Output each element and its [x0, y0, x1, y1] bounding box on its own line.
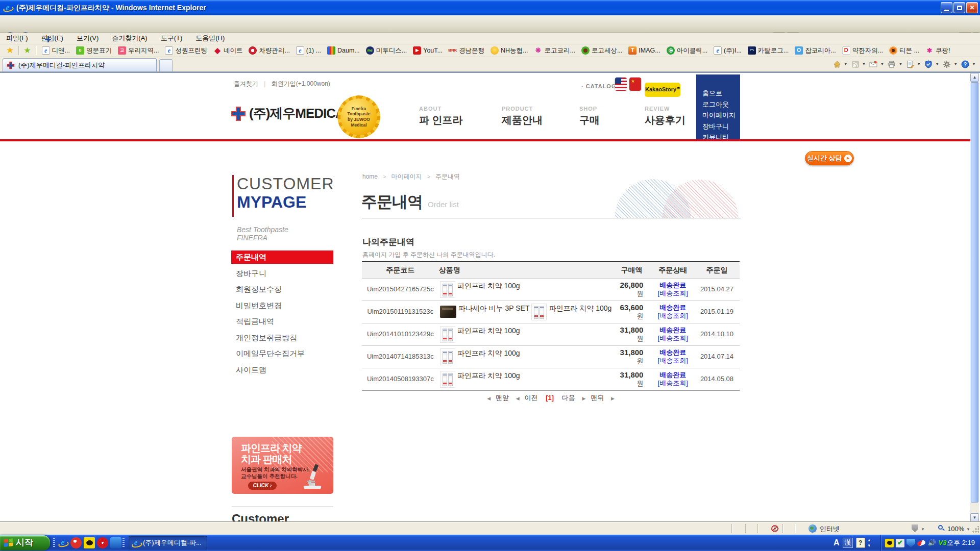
nav-shop[interactable]: SHOP구매: [579, 106, 600, 126]
favorite-item[interactable]: e(1) ...: [296, 46, 321, 55]
banner-click-button[interactable]: CLICK ›: [248, 482, 277, 490]
favorite-item[interactable]: 로고세상...: [581, 46, 622, 55]
blue-app-icon[interactable]: [110, 537, 121, 548]
favorites-star-icon[interactable]: ★: [6, 45, 14, 56]
taskbar-window-button[interactable]: e (주)제우메디컬-파...: [129, 536, 207, 549]
help-dropdown-icon[interactable]: ▼: [972, 62, 976, 67]
favorite-item[interactable]: ▶YouT...: [413, 46, 443, 55]
zoom-level[interactable]: 100%: [947, 525, 964, 533]
v3-tray-icon[interactable]: V3: [938, 539, 947, 547]
favorite-item[interactable]: b영문표기: [76, 46, 112, 55]
volume-tray-icon[interactable]: 🔊: [927, 539, 936, 547]
kakaotalk-icon[interactable]: [84, 537, 95, 548]
page-icon[interactable]: [905, 59, 915, 70]
sidebar-item[interactable]: 주문내역: [231, 251, 333, 264]
scroll-up-icon[interactable]: ▲: [970, 73, 979, 82]
print-dropdown-icon[interactable]: ▼: [898, 62, 902, 67]
tracking-link[interactable]: [배송조회]: [651, 289, 694, 297]
start-button[interactable]: 시작: [0, 535, 50, 550]
menu-item[interactable]: 파일(F): [6, 34, 28, 42]
close-button[interactable]: ✕: [966, 2, 978, 13]
breadcrumb-mypage[interactable]: 마이페이지: [391, 173, 422, 180]
read-mail-dropdown-icon[interactable]: ▼: [880, 62, 884, 67]
sidebar-item[interactable]: 이메일무단수집거부: [231, 347, 333, 360]
page-first[interactable]: 맨앞: [496, 394, 509, 402]
promo-banner[interactable]: 파인프라 치약 치과 판매처 서울권역 치과의 치의학박사, 교수님들이 추천합…: [232, 437, 333, 494]
new-tab-button[interactable]: [159, 59, 173, 71]
menu-item[interactable]: 보기(V): [77, 34, 99, 42]
home-icon[interactable]: [832, 59, 842, 70]
live-chat-button[interactable]: 실시간 상담 ▶: [805, 151, 854, 165]
pill-tray-icon[interactable]: [917, 539, 926, 546]
favorite-item[interactable]: ✱쿠팡!: [925, 46, 950, 55]
product-name[interactable]: 파나세아 비누 3P SET: [458, 304, 530, 313]
security-shield-tray-icon[interactable]: [906, 539, 915, 547]
menu-item[interactable]: 도움말(H): [195, 34, 225, 42]
us-flag-icon[interactable]: [615, 77, 627, 91]
help-icon[interactable]: ?: [960, 59, 970, 70]
scrollbar-thumb[interactable]: [971, 82, 978, 503]
favorite-item[interactable]: TIMAG...: [628, 46, 660, 55]
feed-dropdown-icon[interactable]: ▼: [862, 62, 866, 67]
page-dropdown-icon[interactable]: ▼: [917, 62, 921, 67]
add-favorite-icon[interactable]: ★: [23, 45, 31, 55]
favorite-item[interactable]: me미투디스...: [366, 46, 407, 55]
minimize-button[interactable]: [941, 2, 952, 13]
favorite-item[interactable]: ◆네이트: [213, 46, 243, 55]
safety-dropdown-icon[interactable]: ▼: [935, 62, 939, 67]
page-last[interactable]: 맨뒤: [591, 394, 604, 402]
favorite-item[interactable]: e디앤...: [42, 46, 70, 55]
menu-item[interactable]: 도구(T): [161, 34, 183, 42]
restore-button[interactable]: [953, 2, 965, 13]
favorites-link[interactable]: 즐겨찾기: [234, 80, 258, 87]
favorite-item[interactable]: D약한자의...: [842, 46, 883, 55]
tracking-link[interactable]: [배송조회]: [651, 357, 694, 365]
sidebar-item[interactable]: 적립금내역: [231, 315, 333, 328]
utility-link[interactable]: 홈으로: [702, 88, 740, 99]
favorite-item[interactable]: 교우리지역...: [118, 46, 159, 55]
protected-mode-icon[interactable]: [912, 524, 918, 532]
favorite-item[interactable]: e성원프린팅: [165, 46, 207, 55]
v3-red-icon[interactable]: [97, 537, 108, 548]
utility-link[interactable]: 로그아웃: [702, 99, 740, 110]
china-flag-icon[interactable]: [629, 77, 642, 91]
sidebar-item[interactable]: 개인정보취급방침: [231, 331, 333, 344]
sidebar-item[interactable]: 사이트맵: [231, 363, 333, 377]
update-check-tray-icon[interactable]: ✔: [896, 539, 904, 547]
favorite-item[interactable]: 차량관리...: [249, 46, 289, 55]
print-icon[interactable]: [887, 59, 897, 70]
tracking-link[interactable]: [배송조회]: [651, 334, 694, 342]
menu-item[interactable]: 즐겨찾기(A): [112, 34, 147, 42]
internet-explorer-icon[interactable]: e: [57, 537, 68, 548]
favorite-item[interactable]: e(주)I...: [714, 46, 742, 55]
page-prev[interactable]: 이전: [525, 394, 538, 402]
tools-dropdown-icon[interactable]: ▼: [953, 62, 958, 67]
kakaostory-button[interactable]: KakaoStory: [645, 83, 680, 97]
favorite-item[interactable]: ◠카탈로그...: [748, 46, 789, 55]
product-name[interactable]: 파인프라 치약 100g: [457, 371, 520, 380]
vertical-scrollbar[interactable]: ▲ ▼: [970, 73, 979, 521]
sidebar-item[interactable]: 비밀번호변경: [231, 299, 333, 312]
utility-link[interactable]: 장바구니: [702, 121, 740, 132]
favorite-item[interactable]: NH농협...: [491, 46, 528, 55]
nav-product[interactable]: PRODUCT제품안내: [502, 106, 543, 126]
favorite-item[interactable]: Daum...: [327, 46, 360, 55]
safety-icon[interactable]: [923, 59, 934, 70]
nav-review[interactable]: REVIEW사용후기: [645, 106, 685, 126]
feed-icon[interactable]: [850, 59, 861, 70]
page-next[interactable]: 다음: [562, 394, 575, 402]
sidebar-item[interactable]: 장바구니: [231, 267, 333, 280]
site-logo[interactable]: (주)제우MEDICAL: [231, 106, 352, 121]
page-current[interactable]: [1]: [546, 394, 554, 402]
favorite-item[interactable]: BNK경남은행: [449, 46, 484, 55]
home-dropdown-icon[interactable]: ▼: [844, 62, 848, 67]
alyac-icon[interactable]: [70, 537, 82, 548]
scroll-down-icon[interactable]: ▼: [970, 513, 979, 521]
product-name[interactable]: 파인프라 치약 100g: [457, 327, 520, 335]
product-name[interactable]: 파인프라 치약 100g: [457, 349, 520, 358]
favorite-item[interactable]: C아이클릭...: [667, 46, 707, 55]
favorite-item[interactable]: 티몬 ...: [889, 46, 919, 55]
kakaotalk-tray-icon[interactable]: [885, 539, 894, 547]
read-mail-icon[interactable]: [868, 59, 878, 70]
nav-about[interactable]: ABOUT파 인프라: [419, 106, 463, 126]
